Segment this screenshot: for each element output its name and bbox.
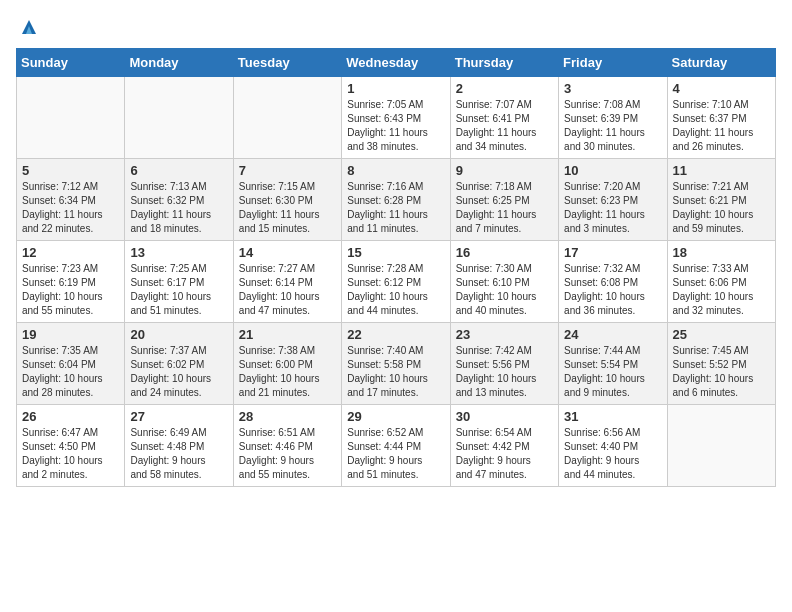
day-number: 31 xyxy=(564,409,661,424)
weekday-header-tuesday: Tuesday xyxy=(233,49,341,77)
day-info: Sunrise: 7:07 AM Sunset: 6:41 PM Dayligh… xyxy=(456,98,553,154)
calendar-cell: 29Sunrise: 6:52 AM Sunset: 4:44 PM Dayli… xyxy=(342,405,450,487)
day-info: Sunrise: 7:33 AM Sunset: 6:06 PM Dayligh… xyxy=(673,262,770,318)
calendar-cell: 13Sunrise: 7:25 AM Sunset: 6:17 PM Dayli… xyxy=(125,241,233,323)
day-info: Sunrise: 7:44 AM Sunset: 5:54 PM Dayligh… xyxy=(564,344,661,400)
day-info: Sunrise: 7:35 AM Sunset: 6:04 PM Dayligh… xyxy=(22,344,119,400)
calendar-cell: 14Sunrise: 7:27 AM Sunset: 6:14 PM Dayli… xyxy=(233,241,341,323)
weekday-header-saturday: Saturday xyxy=(667,49,775,77)
day-number: 3 xyxy=(564,81,661,96)
calendar-cell: 28Sunrise: 6:51 AM Sunset: 4:46 PM Dayli… xyxy=(233,405,341,487)
day-info: Sunrise: 7:40 AM Sunset: 5:58 PM Dayligh… xyxy=(347,344,444,400)
day-number: 11 xyxy=(673,163,770,178)
calendar-cell: 5Sunrise: 7:12 AM Sunset: 6:34 PM Daylig… xyxy=(17,159,125,241)
day-info: Sunrise: 7:32 AM Sunset: 6:08 PM Dayligh… xyxy=(564,262,661,318)
calendar-cell xyxy=(667,405,775,487)
day-number: 13 xyxy=(130,245,227,260)
calendar-cell xyxy=(125,77,233,159)
page-header xyxy=(16,16,776,38)
day-number: 16 xyxy=(456,245,553,260)
day-number: 26 xyxy=(22,409,119,424)
day-info: Sunrise: 7:20 AM Sunset: 6:23 PM Dayligh… xyxy=(564,180,661,236)
day-number: 9 xyxy=(456,163,553,178)
calendar-cell: 22Sunrise: 7:40 AM Sunset: 5:58 PM Dayli… xyxy=(342,323,450,405)
weekday-header-wednesday: Wednesday xyxy=(342,49,450,77)
calendar-cell: 27Sunrise: 6:49 AM Sunset: 4:48 PM Dayli… xyxy=(125,405,233,487)
day-info: Sunrise: 7:08 AM Sunset: 6:39 PM Dayligh… xyxy=(564,98,661,154)
calendar-cell: 26Sunrise: 6:47 AM Sunset: 4:50 PM Dayli… xyxy=(17,405,125,487)
day-number: 23 xyxy=(456,327,553,342)
calendar-cell xyxy=(17,77,125,159)
day-number: 21 xyxy=(239,327,336,342)
day-number: 25 xyxy=(673,327,770,342)
day-info: Sunrise: 7:30 AM Sunset: 6:10 PM Dayligh… xyxy=(456,262,553,318)
calendar: SundayMondayTuesdayWednesdayThursdayFrid… xyxy=(16,48,776,487)
day-info: Sunrise: 6:47 AM Sunset: 4:50 PM Dayligh… xyxy=(22,426,119,482)
weekday-header-friday: Friday xyxy=(559,49,667,77)
day-info: Sunrise: 7:38 AM Sunset: 6:00 PM Dayligh… xyxy=(239,344,336,400)
day-info: Sunrise: 7:37 AM Sunset: 6:02 PM Dayligh… xyxy=(130,344,227,400)
day-info: Sunrise: 6:51 AM Sunset: 4:46 PM Dayligh… xyxy=(239,426,336,482)
calendar-cell: 8Sunrise: 7:16 AM Sunset: 6:28 PM Daylig… xyxy=(342,159,450,241)
day-number: 2 xyxy=(456,81,553,96)
week-row-3: 12Sunrise: 7:23 AM Sunset: 6:19 PM Dayli… xyxy=(17,241,776,323)
day-info: Sunrise: 6:56 AM Sunset: 4:40 PM Dayligh… xyxy=(564,426,661,482)
calendar-cell: 17Sunrise: 7:32 AM Sunset: 6:08 PM Dayli… xyxy=(559,241,667,323)
calendar-cell: 2Sunrise: 7:07 AM Sunset: 6:41 PM Daylig… xyxy=(450,77,558,159)
day-info: Sunrise: 7:16 AM Sunset: 6:28 PM Dayligh… xyxy=(347,180,444,236)
day-number: 24 xyxy=(564,327,661,342)
day-info: Sunrise: 7:21 AM Sunset: 6:21 PM Dayligh… xyxy=(673,180,770,236)
day-number: 1 xyxy=(347,81,444,96)
day-info: Sunrise: 7:23 AM Sunset: 6:19 PM Dayligh… xyxy=(22,262,119,318)
calendar-cell: 9Sunrise: 7:18 AM Sunset: 6:25 PM Daylig… xyxy=(450,159,558,241)
calendar-cell: 4Sunrise: 7:10 AM Sunset: 6:37 PM Daylig… xyxy=(667,77,775,159)
calendar-cell: 6Sunrise: 7:13 AM Sunset: 6:32 PM Daylig… xyxy=(125,159,233,241)
day-info: Sunrise: 7:28 AM Sunset: 6:12 PM Dayligh… xyxy=(347,262,444,318)
logo-icon xyxy=(18,16,40,38)
day-info: Sunrise: 7:42 AM Sunset: 5:56 PM Dayligh… xyxy=(456,344,553,400)
calendar-cell: 20Sunrise: 7:37 AM Sunset: 6:02 PM Dayli… xyxy=(125,323,233,405)
calendar-cell: 11Sunrise: 7:21 AM Sunset: 6:21 PM Dayli… xyxy=(667,159,775,241)
week-row-5: 26Sunrise: 6:47 AM Sunset: 4:50 PM Dayli… xyxy=(17,405,776,487)
day-info: Sunrise: 6:54 AM Sunset: 4:42 PM Dayligh… xyxy=(456,426,553,482)
day-number: 27 xyxy=(130,409,227,424)
day-number: 15 xyxy=(347,245,444,260)
day-info: Sunrise: 7:05 AM Sunset: 6:43 PM Dayligh… xyxy=(347,98,444,154)
day-number: 8 xyxy=(347,163,444,178)
day-info: Sunrise: 7:12 AM Sunset: 6:34 PM Dayligh… xyxy=(22,180,119,236)
calendar-cell: 7Sunrise: 7:15 AM Sunset: 6:30 PM Daylig… xyxy=(233,159,341,241)
day-number: 19 xyxy=(22,327,119,342)
calendar-cell xyxy=(233,77,341,159)
calendar-cell: 1Sunrise: 7:05 AM Sunset: 6:43 PM Daylig… xyxy=(342,77,450,159)
logo xyxy=(16,16,40,38)
day-number: 6 xyxy=(130,163,227,178)
calendar-cell: 18Sunrise: 7:33 AM Sunset: 6:06 PM Dayli… xyxy=(667,241,775,323)
day-info: Sunrise: 7:45 AM Sunset: 5:52 PM Dayligh… xyxy=(673,344,770,400)
day-info: Sunrise: 6:49 AM Sunset: 4:48 PM Dayligh… xyxy=(130,426,227,482)
calendar-cell: 30Sunrise: 6:54 AM Sunset: 4:42 PM Dayli… xyxy=(450,405,558,487)
calendar-cell: 15Sunrise: 7:28 AM Sunset: 6:12 PM Dayli… xyxy=(342,241,450,323)
day-info: Sunrise: 6:52 AM Sunset: 4:44 PM Dayligh… xyxy=(347,426,444,482)
calendar-cell: 31Sunrise: 6:56 AM Sunset: 4:40 PM Dayli… xyxy=(559,405,667,487)
day-number: 7 xyxy=(239,163,336,178)
weekday-header-row: SundayMondayTuesdayWednesdayThursdayFrid… xyxy=(17,49,776,77)
calendar-cell: 21Sunrise: 7:38 AM Sunset: 6:00 PM Dayli… xyxy=(233,323,341,405)
calendar-cell: 16Sunrise: 7:30 AM Sunset: 6:10 PM Dayli… xyxy=(450,241,558,323)
day-number: 20 xyxy=(130,327,227,342)
day-number: 28 xyxy=(239,409,336,424)
day-number: 22 xyxy=(347,327,444,342)
weekday-header-monday: Monday xyxy=(125,49,233,77)
day-number: 4 xyxy=(673,81,770,96)
calendar-cell: 12Sunrise: 7:23 AM Sunset: 6:19 PM Dayli… xyxy=(17,241,125,323)
week-row-4: 19Sunrise: 7:35 AM Sunset: 6:04 PM Dayli… xyxy=(17,323,776,405)
week-row-2: 5Sunrise: 7:12 AM Sunset: 6:34 PM Daylig… xyxy=(17,159,776,241)
calendar-cell: 10Sunrise: 7:20 AM Sunset: 6:23 PM Dayli… xyxy=(559,159,667,241)
day-number: 12 xyxy=(22,245,119,260)
weekday-header-sunday: Sunday xyxy=(17,49,125,77)
day-number: 10 xyxy=(564,163,661,178)
day-number: 14 xyxy=(239,245,336,260)
week-row-1: 1Sunrise: 7:05 AM Sunset: 6:43 PM Daylig… xyxy=(17,77,776,159)
day-info: Sunrise: 7:27 AM Sunset: 6:14 PM Dayligh… xyxy=(239,262,336,318)
day-info: Sunrise: 7:13 AM Sunset: 6:32 PM Dayligh… xyxy=(130,180,227,236)
day-info: Sunrise: 7:15 AM Sunset: 6:30 PM Dayligh… xyxy=(239,180,336,236)
